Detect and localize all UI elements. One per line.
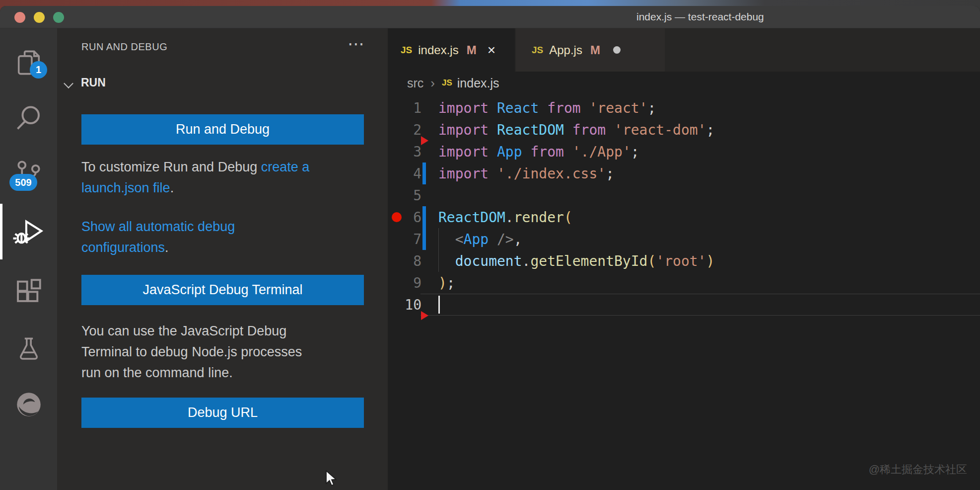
line-number: 10: [401, 297, 421, 313]
breakpoint-gutter[interactable]: [388, 206, 401, 228]
javascript-debug-terminal-button[interactable]: JavaScript Debug Terminal: [81, 275, 364, 305]
deleted-lines-marker-icon[interactable]: [421, 311, 428, 320]
tab-index-js[interactable]: JS index.js M ×: [388, 28, 515, 72]
sidebar-item-source-control[interactable]: 509: [0, 154, 57, 200]
testing-flask-icon: [15, 334, 43, 362]
js-file-icon: JS: [442, 78, 452, 88]
customize-hint-prefix: To customize Run and Debug: [81, 160, 261, 174]
code-text: import App from './App';: [428, 144, 639, 160]
breadcrumb-folder[interactable]: src: [407, 76, 423, 90]
show-configs-text: Show all automatic debug configurations.: [81, 216, 372, 258]
code-text: import ReactDOM from 'react-dom';: [428, 122, 714, 138]
run-section-label: RUN: [81, 76, 106, 89]
sidebar-item-run-and-debug[interactable]: [0, 209, 57, 254]
breakpoint-gutter[interactable]: [388, 272, 401, 294]
sidebar-item-search[interactable]: [0, 95, 57, 141]
sidebar-item-testing[interactable]: [0, 326, 57, 371]
code-line[interactable]: 10: [388, 294, 980, 316]
line-number: 6: [401, 209, 421, 226]
show-all-debug-configurations-link[interactable]: Show all automatic debug configurations: [81, 219, 235, 255]
editor-group: JS index.js M × JS App.js M src ›: [388, 28, 980, 490]
activity-bar: 1 509: [0, 28, 57, 490]
code-text: import './index.css';: [428, 165, 614, 182]
line-number: 9: [401, 275, 421, 291]
close-window-button[interactable]: [14, 12, 25, 23]
gutter-decoration: [421, 97, 428, 119]
line-number: 3: [401, 144, 421, 160]
sidebar-item-edge-browser[interactable]: [0, 382, 57, 427]
code-text: document.getElementById('root'): [428, 253, 714, 269]
code-text: <App />,: [428, 231, 522, 247]
customize-hint-suffix: .: [170, 180, 174, 195]
tab-app-js[interactable]: JS App.js M: [516, 28, 665, 72]
breakpoint-gutter[interactable]: [388, 294, 401, 316]
edge-browser-icon: [14, 390, 44, 419]
editor-tab-bar: JS index.js M × JS App.js M: [388, 28, 980, 72]
run-and-debug-button[interactable]: Run and Debug: [81, 114, 364, 145]
close-tab-icon[interactable]: ×: [488, 43, 495, 57]
gutter-decoration: [421, 250, 428, 272]
terminal-help-text: You can use the JavaScript Debug Termina…: [81, 321, 372, 383]
deleted-lines-marker-icon[interactable]: [421, 136, 428, 145]
code-line[interactable]: 3import App from './App';: [388, 141, 980, 163]
gutter-decoration: [421, 206, 428, 228]
minimize-window-button[interactable]: [34, 12, 45, 23]
text-cursor: [438, 296, 440, 314]
search-icon: [14, 103, 44, 133]
extensions-icon: [13, 276, 44, 307]
window-title: index.js — test-react-debug: [636, 11, 764, 23]
breakpoint-gutter[interactable]: [388, 163, 401, 184]
modified-line-bar: [422, 163, 426, 184]
run-section-header[interactable]: RUN: [57, 76, 388, 94]
code-line[interactable]: 8 document.getElementById('root'): [388, 250, 980, 272]
breakpoint-gutter[interactable]: [388, 184, 401, 206]
js-file-icon: JS: [532, 45, 543, 56]
gutter-decoration: [421, 228, 428, 250]
code-text: );: [428, 275, 455, 291]
breakpoint-gutter[interactable]: [388, 228, 401, 250]
line-number: 5: [401, 187, 421, 204]
screen: index.js — test-react-debug 1: [0, 0, 980, 490]
breadcrumb-separator-icon: ›: [430, 76, 435, 91]
run-and-debug-panel: RUN AND DEBUG ⋯ RUN Run and Debug To cus…: [57, 28, 388, 490]
breakpoint-gutter[interactable]: [388, 97, 401, 119]
code-line[interactable]: 6ReactDOM.render(: [388, 206, 980, 228]
js-file-icon: JS: [401, 45, 412, 56]
line-number: 2: [401, 122, 421, 138]
modified-line-bar: [422, 228, 426, 250]
breakpoint-gutter[interactable]: [388, 119, 401, 141]
gutter-decoration: [421, 272, 428, 294]
unsaved-dot-icon[interactable]: [613, 46, 621, 54]
code-line[interactable]: 4import './index.css';: [388, 163, 980, 184]
sidebar-item-explorer[interactable]: 1: [0, 40, 57, 85]
run-and-debug-icon: [12, 215, 45, 248]
modified-indicator: M: [590, 43, 600, 57]
line-number: 4: [401, 165, 421, 182]
current-line-highlight: [420, 294, 980, 316]
breakpoint-gutter[interactable]: [388, 141, 401, 163]
maximize-window-button[interactable]: [53, 12, 64, 23]
show-configs-suffix: .: [165, 240, 169, 255]
code-line[interactable]: 9);: [388, 272, 980, 294]
sidebar-item-extensions[interactable]: [0, 268, 57, 314]
indent-guide: [438, 250, 439, 272]
code-line[interactable]: 7 <App />,: [388, 228, 980, 250]
more-actions-icon[interactable]: ⋯: [348, 35, 365, 52]
editor-code[interactable]: 1import React from 'react';2import React…: [388, 97, 980, 490]
line-number: 8: [401, 253, 421, 269]
code-line[interactable]: 5: [388, 184, 980, 206]
code-lines: 1import React from 'react';2import React…: [388, 97, 980, 316]
breakpoint-dot[interactable]: [392, 212, 402, 222]
tab-label: index.js: [418, 43, 458, 57]
line-number: 7: [401, 231, 421, 247]
breadcrumb: src › JS index.js: [388, 72, 980, 94]
modified-line-bar: [422, 206, 426, 228]
code-line[interactable]: 1import React from 'react';: [388, 97, 980, 119]
title-bar[interactable]: index.js — test-react-debug: [0, 6, 980, 28]
breadcrumb-file[interactable]: index.js: [457, 76, 499, 90]
debug-url-button[interactable]: Debug URL: [81, 398, 364, 428]
tab-label: App.js: [549, 43, 582, 57]
workbench: 1 509: [0, 28, 980, 490]
code-line[interactable]: 2import ReactDOM from 'react-dom';: [388, 119, 980, 141]
breakpoint-gutter[interactable]: [388, 250, 401, 272]
